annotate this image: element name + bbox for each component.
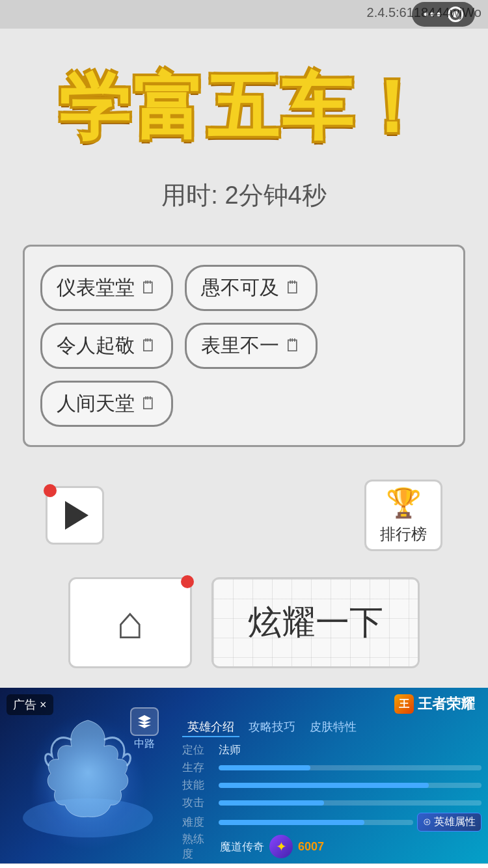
version-text: 2.4.5:6118444wjWo (367, 5, 488, 20)
attack-bar-fill (219, 800, 324, 806)
idiom-tag-1: 仪表堂堂 🗒 (40, 265, 173, 311)
idiom-icon-2: 🗒 (284, 278, 301, 298)
ranking-button[interactable]: 🏆 排行榜 (364, 480, 442, 551)
mastery-label: 熟练度 (182, 832, 215, 861)
idiom-tag-4: 表里不一 🗒 (185, 323, 318, 369)
role-label: 定位 (182, 742, 215, 757)
ad-role-row: 定位 法师 (182, 742, 481, 757)
ranking-label: 排行榜 (380, 524, 427, 545)
ad-position-badge: 中路 (130, 707, 159, 751)
mastery-icon: ✦ (269, 835, 293, 858)
skill-bar (219, 783, 481, 788)
play-icon (65, 501, 88, 530)
attack-bar (219, 800, 481, 806)
idiom-tag-2: 愚不可及 🗒 (185, 265, 318, 311)
result-title: 学富五车！ (59, 68, 429, 146)
play-button[interactable] (46, 486, 104, 545)
play-notification-dot (44, 484, 57, 497)
tab-skin[interactable]: 皮肤特性 (305, 718, 362, 737)
title-container: 学富五车！ (59, 68, 429, 146)
main-content: 学富五车！ 用时: 2分钟4秒 仪表堂堂 🗒 愚不可及 🗒 令人起敬 🗒 表里不… (0, 29, 488, 688)
position-label: 中路 (134, 737, 155, 751)
difficulty-bar (219, 820, 413, 825)
idiom-icon-3: 🗒 (140, 336, 157, 356)
tab-strategy[interactable]: 攻略技巧 (243, 718, 301, 737)
ad-right-panel: 王 王者荣耀 英雄介绍 攻略技巧 皮肤特性 定位 法师 生存 技能 (176, 688, 488, 863)
ad-hero-info: 定位 法师 生存 技能 攻击 难度 (176, 742, 481, 832)
time-display: 用时: 2分钟4秒 (161, 179, 326, 212)
ad-difficulty-row: 难度 ⊙ 英雄属性 (182, 813, 481, 832)
ad-close-label: 广告 × (13, 698, 47, 711)
ad-game-header: 王 王者荣耀 (176, 694, 481, 714)
hero-attr-button[interactable]: ⊙ 英雄属性 (417, 813, 481, 832)
kog-logo-icon: 王 (394, 694, 414, 714)
skill-label: 技能 (182, 778, 215, 793)
action-row: 🏆 排行榜 (26, 480, 462, 551)
ad-close-button[interactable]: 广告 × (7, 694, 53, 715)
idiom-text-2: 愚不可及 (201, 275, 279, 301)
survival-label: 生存 (182, 760, 215, 775)
mastery-value: 6007 (298, 840, 324, 854)
role-value: 法师 (219, 742, 241, 757)
trophy-icon: 🏆 (386, 486, 422, 520)
difficulty-bar-fill (219, 820, 364, 825)
idiom-text-3: 令人起敬 (57, 332, 135, 359)
idioms-box: 仪表堂堂 🗒 愚不可及 🗒 令人起敬 🗒 表里不一 🗒 人间天堂 🗒 (23, 245, 465, 447)
idiom-text-5: 人间天堂 (57, 390, 135, 417)
home-icon: ⌂ (116, 597, 144, 649)
kog-logo-text: 王者荣耀 (418, 694, 475, 714)
idiom-icon-4: 🗒 (284, 336, 301, 356)
difficulty-label: 难度 (182, 815, 215, 830)
idiom-icon-1: 🗒 (140, 278, 157, 298)
bottom-row: ⌂ 炫耀一下 (26, 577, 462, 668)
position-icon (130, 707, 159, 736)
ad-mastery-row: 熟练度 魔道传奇 ✦ 6007 (176, 832, 481, 863)
attribution-bar: 查看应用 🌿 咖绿茵 www.kalvin.cn (0, 863, 488, 868)
idiom-tag-5: 人间天堂 🗒 (40, 381, 173, 427)
idiom-tag-3: 令人起敬 🗒 (40, 323, 173, 369)
mastery-sublabel: 魔道传奇 (220, 839, 264, 854)
ad-attack-row: 攻击 (182, 795, 481, 810)
home-button[interactable]: ⌂ (68, 577, 192, 668)
skill-bar-fill (219, 783, 429, 788)
share-button[interactable]: 炫耀一下 (211, 577, 420, 668)
tab-hero-intro[interactable]: 英雄介绍 (182, 718, 239, 737)
status-bar: 2.4.5:6118444wjWo ••• (0, 0, 488, 29)
ad-skill-row: 技能 (182, 778, 481, 793)
survival-bar (219, 765, 481, 770)
idiom-icon-5: 🗒 (140, 394, 157, 414)
ad-tabs[interactable]: 英雄介绍 攻略技巧 皮肤特性 (176, 718, 481, 737)
home-notification-dot (181, 575, 194, 588)
idiom-text-4: 表里不一 (201, 332, 279, 359)
share-label: 炫耀一下 (248, 600, 383, 645)
idiom-text-1: 仪表堂堂 (57, 275, 135, 301)
ad-survival-row: 生存 (182, 760, 481, 775)
ad-banner[interactable]: 广告 × 中路 (0, 688, 488, 863)
survival-bar-fill (219, 765, 310, 770)
attack-label: 攻击 (182, 795, 215, 810)
